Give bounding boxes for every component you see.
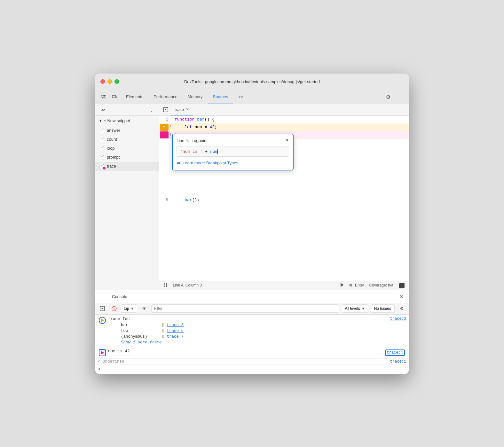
trace-bar-link[interactable]: trace:3 (167, 323, 184, 327)
logpoint-popup-header: Line 4: Logpoint ▼ (177, 138, 289, 143)
code-lines-below: 5 bar(); (159, 196, 409, 204)
devtools-window: DevTools - googlechrome.github.io/devtoo… (95, 74, 409, 374)
svg-rect-0 (112, 95, 116, 98)
learn-more-link[interactable]: ➡ Learn more: Breakpoint Types (177, 160, 289, 166)
settings-console-icon[interactable]: ⚙ (397, 304, 406, 313)
console-more-icon[interactable]: ⋮ (98, 291, 108, 302)
prompt-gt-icon: > (98, 367, 100, 372)
line-content-5: bar(); (172, 196, 409, 204)
type-dropdown-arrow[interactable]: ▼ (285, 138, 289, 143)
log-level-arrow: ▼ (361, 306, 365, 311)
trace-stack-bar: bar @ trace:3 (108, 322, 406, 328)
trace-content: trace foo trace:3 bar @ trace:3 foo @ tr… (108, 316, 406, 345)
console-entry-undefined: < undefined trace:1 (95, 359, 409, 365)
logpoint-pink-icon (99, 349, 106, 356)
logpoint-location-4[interactable]: trace:4 (385, 349, 405, 356)
logpoint-type: Line 4: Logpoint (177, 138, 208, 143)
code-line-5: 5 bar(); (159, 196, 409, 204)
show-more-link[interactable]: Show 1 more frame (108, 340, 406, 345)
editor-tabs: trace ✕ (159, 104, 409, 116)
issues-button[interactable]: No Issues (371, 304, 395, 313)
console-entry-trace: trace foo trace:3 bar @ trace:3 foo @ tr… (95, 315, 409, 347)
sidebar: ≫ ⋮ + + New snippet 📄 answer 📄 count 📄 l… (95, 104, 159, 290)
sidebar-header: ≫ ⋮ (95, 104, 159, 116)
line-num-4: ·· 4 (159, 131, 172, 139)
circle-arrow-icon: ➡ (177, 160, 181, 166)
tab-elements[interactable]: Elements (121, 90, 148, 104)
logpoint-expression[interactable]: 'num is ' + num (177, 146, 289, 157)
logpoint-dot-indicator (103, 167, 106, 169)
trace-stack-foo: foo @ trace:5 (108, 328, 406, 334)
logpoint-popup: Line 4: Logpoint ▼ 'num is ' + num ➡ Lea… (172, 134, 294, 171)
close-button[interactable] (100, 79, 105, 84)
play-icon (341, 283, 344, 288)
tab-sources[interactable]: Sources (208, 90, 233, 104)
sidebar-item-count[interactable]: 📄 count (95, 135, 159, 144)
trace-arrow-icon (101, 318, 104, 322)
settings-icon[interactable]: ⚙ (383, 92, 393, 102)
trace-fn-foo: foo (121, 329, 159, 333)
code-line-2: 2 function bar() { (159, 116, 409, 123)
sidebar-back-icon[interactable]: ≫ (98, 105, 108, 115)
log-level-selector[interactable]: All levels ▼ (342, 304, 368, 313)
devtools-tabbar: Elements Performance Memory Sources >> ⚙… (95, 90, 409, 104)
trace-at-3: @ (162, 334, 164, 339)
context-dropdown-arrow: ▼ (130, 306, 134, 311)
console-header: ⋮ Console ✕ (95, 290, 409, 303)
svg-rect-1 (116, 96, 117, 98)
undefined-text: < undefined (98, 359, 124, 364)
logpoint-arrow-icon (101, 351, 104, 355)
inspect-icon[interactable] (98, 92, 108, 102)
responsive-icon[interactable] (109, 92, 120, 102)
trace-stack-anon: (anonymous) @ trace:7 (108, 334, 406, 340)
tab-more[interactable]: >> (233, 90, 248, 104)
plus-icon: + (99, 118, 102, 123)
close-console-icon[interactable]: ✕ (396, 291, 406, 302)
console-section: ⋮ Console ✕ 🚫 top ▼ 👁 All levels ▼ (95, 290, 409, 374)
trace-icon-wrapper (98, 316, 107, 325)
eye-icon[interactable]: 👁 (140, 304, 149, 313)
line-content-3: let num = 42; (172, 123, 409, 131)
window-title: DevTools - googlechrome.github.io/devtoo… (184, 79, 320, 84)
logpoint-input-wrapper: 'num is ' + num (177, 146, 289, 157)
trace-at-2: @ (162, 329, 164, 333)
context-selector[interactable]: top ▼ (121, 304, 137, 313)
undefined-location[interactable]: trace:1 (390, 359, 406, 364)
status-bar: {} Line 4, Column 3 ⌘+Enter Coverage: n/… (159, 281, 409, 290)
tab-performance[interactable]: Performance (148, 90, 182, 104)
trace-fn-anon: (anonymous) (121, 334, 159, 339)
editor-area: trace ✕ 2 function bar() { (159, 104, 409, 290)
console-content: trace foo trace:3 bar @ trace:3 foo @ tr… (95, 315, 409, 374)
devtools-body: ≫ ⋮ + + New snippet 📄 answer 📄 count 📄 l… (95, 104, 409, 290)
trace-text: trace foo (108, 316, 390, 322)
sidebar-item-answer[interactable]: 📄 answer (95, 126, 159, 135)
sidebar-item-prompt[interactable]: 📄 prompt (95, 153, 159, 162)
logpoint-marker-4: ·· (160, 131, 169, 138)
filter-input[interactable] (151, 304, 340, 313)
editor-tab-trace[interactable]: trace ✕ (171, 104, 193, 115)
line-content-2: function bar() { (172, 116, 409, 123)
line-num-5: 5 (159, 196, 172, 204)
close-tab-icon[interactable]: ✕ (186, 107, 189, 112)
sidebar-item-loop[interactable]: 📄 loop (95, 144, 159, 153)
run-script-icon[interactable] (98, 304, 107, 313)
sidebar-more-icon[interactable]: ⋮ (146, 105, 156, 115)
maximize-button[interactable] (114, 79, 119, 84)
coverage-icon: ⬛ (398, 282, 405, 288)
breakpoint-marker-3: ? (160, 124, 169, 131)
file-icon-loop: 📄 (99, 146, 104, 151)
clear-console-icon[interactable]: 🚫 (109, 304, 118, 313)
trace-foo-link[interactable]: trace:5 (167, 329, 184, 333)
sidebar-item-trace[interactable]: 📄 trace (95, 162, 159, 171)
new-snippet-button[interactable]: + + New snippet (95, 116, 159, 126)
console-entry-logpoint: num is 42 trace:4 (95, 347, 409, 359)
more-options-icon[interactable]: ⋮ (396, 92, 406, 102)
trace-location-3[interactable]: trace:3 (390, 317, 406, 321)
console-prompt[interactable]: > (95, 365, 409, 374)
trace-anon-link[interactable]: trace:7 (167, 334, 184, 339)
logpoint-icon-wrapper (98, 348, 107, 357)
tab-memory[interactable]: Memory (183, 90, 208, 104)
minimize-button[interactable] (107, 79, 112, 84)
trace-at-1: @ (162, 323, 164, 327)
editor-back-icon[interactable] (162, 106, 169, 114)
